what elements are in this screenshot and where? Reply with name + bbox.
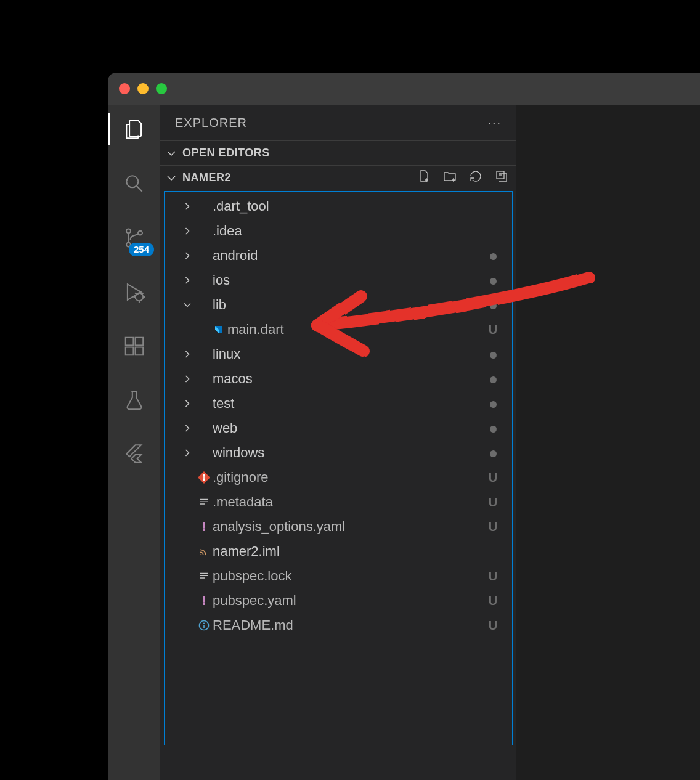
chevron-down-icon	[164, 146, 179, 161]
tree-file[interactable]: README.mdU	[165, 613, 512, 638]
tree-file[interactable]: main.dartU	[165, 317, 512, 342]
titlebar[interactable]	[108, 73, 700, 105]
chevron-down-icon	[164, 171, 179, 185]
tree-folder[interactable]: web	[165, 416, 512, 441]
vscode-window: 254 EXPLORER ··· OPEN EDITORS	[108, 73, 700, 780]
git-status-untracked: U	[485, 569, 501, 583]
tree-item-label: README.md	[213, 617, 485, 633]
tree-folder[interactable]: android	[165, 243, 512, 268]
tree-file[interactable]: !analysis_options.yamlU	[165, 514, 512, 539]
git-status-untracked: U	[485, 495, 501, 510]
activity-extensions[interactable]	[108, 330, 160, 362]
new-file-button[interactable]	[417, 169, 431, 187]
window-body: 254 EXPLORER ··· OPEN EDITORS	[108, 105, 700, 780]
open-editors-header[interactable]: OPEN EDITORS	[160, 140, 516, 165]
tree-item-label: test	[213, 396, 485, 412]
svg-rect-13	[203, 476, 205, 480]
collapse-all-icon	[494, 169, 509, 184]
new-folder-icon	[442, 169, 457, 184]
twisty[interactable]	[179, 250, 195, 262]
tree-file[interactable]: namer2.iml	[165, 539, 512, 564]
activity-flutter[interactable]	[108, 439, 160, 471]
git-status-untracked: U	[485, 594, 501, 608]
folder-header[interactable]: NAMER2	[160, 165, 516, 190]
tree-item-label: android	[213, 248, 485, 264]
tree-file[interactable]: pubspec.lockU	[165, 564, 512, 588]
tree-folder[interactable]: linux	[165, 342, 512, 367]
activity-scm[interactable]: 254	[108, 222, 160, 254]
git-status-modified-dot	[485, 372, 501, 386]
svg-point-3	[138, 231, 142, 235]
file-tree: .dart_tool.ideaandroidioslibmain.dartUli…	[160, 190, 516, 780]
tree-item-label: pubspec.lock	[213, 568, 485, 584]
tree-item-label: web	[213, 420, 485, 436]
git-status-untracked: U	[485, 471, 501, 485]
tree-file[interactable]: !pubspec.yamlU	[165, 588, 512, 613]
svg-rect-6	[125, 347, 133, 355]
file-tree-focus-box: .dart_tool.ideaandroidioslibmain.dartUli…	[164, 191, 513, 745]
editor-area	[516, 105, 700, 780]
iml-file-icon	[199, 546, 209, 556]
tree-item-label: .metadata	[213, 494, 485, 510]
tree-item-label: .dart_tool	[213, 198, 485, 214]
tree-file[interactable]: .gitignoreU	[165, 465, 512, 490]
flutter-icon	[123, 443, 146, 466]
twisty[interactable]	[179, 225, 195, 237]
git-status-modified-dot	[485, 347, 501, 362]
twisty[interactable]	[179, 447, 195, 459]
window-minimize-button[interactable]	[137, 83, 149, 94]
twisty[interactable]	[179, 348, 195, 360]
window-close-button[interactable]	[119, 83, 130, 94]
sidebar-title-row: EXPLORER ···	[160, 105, 516, 140]
git-status-untracked: U	[485, 619, 501, 633]
sidebar-title: EXPLORER	[175, 116, 247, 130]
activity-run-debug[interactable]	[108, 276, 160, 308]
tree-folder[interactable]: .dart_tool	[165, 194, 512, 219]
svg-point-17	[200, 554, 201, 555]
chevron-right-icon	[181, 225, 193, 237]
tree-folder[interactable]: ios	[165, 268, 512, 293]
twisty[interactable]	[179, 373, 195, 385]
readme-file-icon	[198, 619, 210, 632]
chevron-right-icon	[181, 373, 193, 385]
text-file-icon	[198, 497, 210, 508]
activity-explorer[interactable]	[108, 113, 160, 145]
tree-item-label: main.dart	[227, 322, 485, 338]
chevron-right-icon	[181, 422, 193, 434]
git-status-untracked: U	[485, 520, 501, 534]
tree-item-label: namer2.iml	[213, 543, 485, 559]
debug-icon	[123, 280, 146, 304]
tree-folder[interactable]: lib	[165, 293, 512, 317]
refresh-button[interactable]	[468, 169, 483, 187]
git-status-modified-dot	[485, 421, 501, 436]
tree-item-label: pubspec.yaml	[213, 593, 485, 609]
dart-file-icon	[213, 324, 224, 335]
tree-folder[interactable]: test	[165, 391, 512, 416]
activity-testing[interactable]	[108, 384, 160, 416]
tree-item-label: lib	[213, 297, 485, 313]
twisty[interactable]	[179, 274, 195, 286]
git-status-modified-dot	[485, 446, 501, 460]
twisty[interactable]	[179, 422, 195, 434]
beaker-icon	[123, 389, 146, 412]
window-zoom-button[interactable]	[156, 83, 167, 94]
chevron-right-icon	[181, 274, 193, 286]
chevron-right-icon	[181, 397, 193, 410]
git-status-modified-dot	[485, 274, 501, 288]
new-folder-button[interactable]	[442, 169, 457, 187]
collapse-all-button[interactable]	[494, 169, 509, 187]
sidebar-more-button[interactable]: ···	[487, 116, 502, 130]
twisty[interactable]	[179, 200, 195, 213]
activity-search[interactable]	[108, 168, 160, 200]
tree-file[interactable]: .metadataU	[165, 490, 512, 514]
tree-folder[interactable]: macos	[165, 367, 512, 391]
open-editors-label: OPEN EDITORS	[182, 147, 270, 160]
git-status-modified-dot	[485, 397, 501, 411]
new-file-icon	[417, 169, 431, 184]
twisty[interactable]	[179, 397, 195, 410]
chevron-down-icon	[181, 299, 193, 311]
tree-item-label: windows	[213, 445, 485, 461]
twisty[interactable]	[179, 299, 195, 311]
tree-folder[interactable]: windows	[165, 441, 512, 465]
tree-folder[interactable]: .idea	[165, 219, 512, 243]
